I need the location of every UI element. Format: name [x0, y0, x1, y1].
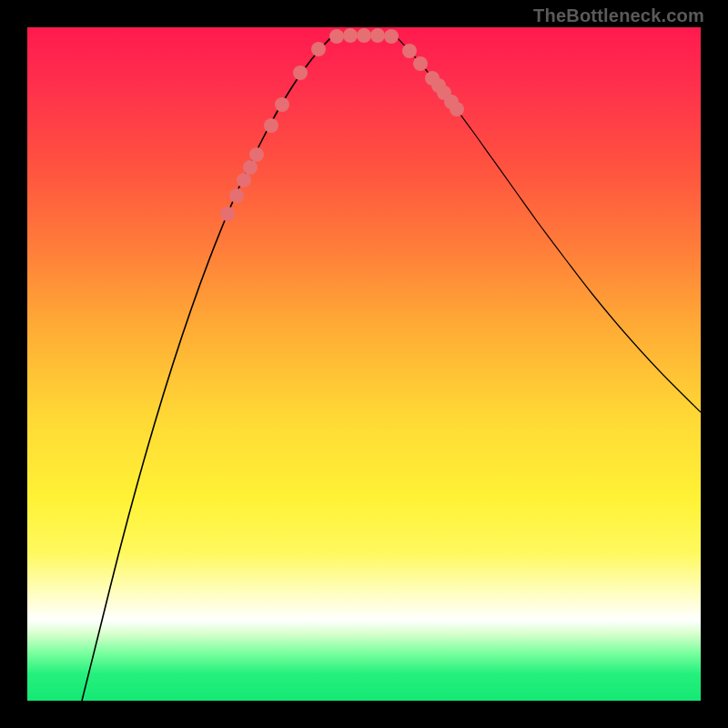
data-point [402, 44, 417, 58]
data-point [229, 188, 244, 203]
data-point [450, 102, 464, 116]
data-points-group [220, 28, 464, 221]
data-point [293, 66, 308, 80]
data-point [329, 29, 344, 44]
data-point [413, 56, 428, 71]
curve-left [82, 36, 332, 701]
data-point [220, 207, 235, 221]
data-point [343, 28, 358, 43]
chart-svg [27, 27, 701, 701]
data-point [243, 160, 258, 175]
data-point [237, 173, 251, 187]
data-point [384, 29, 399, 44]
data-point [311, 42, 326, 56]
chart-frame [27, 27, 701, 701]
data-point [370, 28, 385, 43]
data-point [264, 118, 278, 133]
data-point [357, 28, 371, 43]
data-point [249, 147, 264, 162]
data-point [275, 97, 289, 112]
attribution-text: TheBottleneck.com [533, 5, 704, 26]
